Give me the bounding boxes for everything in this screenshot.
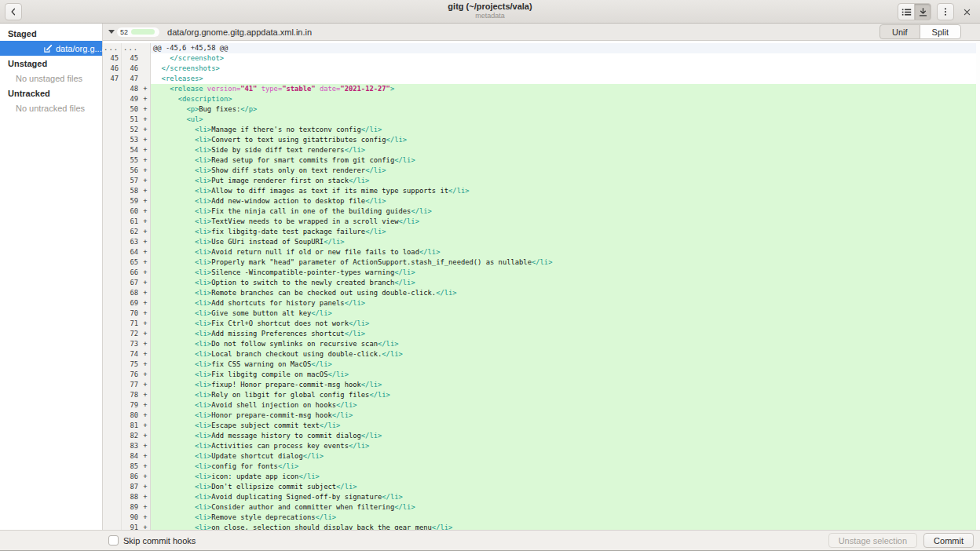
diff-line[interactable]: 70+ <li>Give some button alt key</li>: [103, 308, 980, 319]
line-content: <li>Escape subject commit text</li>: [151, 421, 980, 431]
diff-line[interactable]: 89+ <li>Consider author and committer wh…: [103, 502, 980, 513]
diff-line[interactable]: 58+ <li>Allow to diff images as text if …: [103, 186, 980, 196]
line-number-new: 54: [122, 145, 141, 155]
line-content: </screenshots>: [151, 64, 980, 74]
line-marker: +: [141, 104, 151, 115]
diff-line[interactable]: 84+ <li>Update shortcut dialog</li>: [103, 451, 980, 462]
menu-button[interactable]: [937, 3, 954, 20]
line-number-old: [103, 125, 122, 135]
diff-line[interactable]: 83+ <li>Activities can process key event…: [103, 441, 980, 451]
line-number-new: 69: [122, 298, 141, 308]
diff-line[interactable]: 71+ <li>Fix Ctrl+O shortcut does not wor…: [103, 319, 980, 329]
diff-line[interactable]: 88+ <li>Avoid duplicating Signed-off-by …: [103, 492, 980, 502]
diff-line[interactable]: 68+ <li>Remote branches can be checked o…: [103, 288, 980, 298]
commit-button[interactable]: Commit: [923, 533, 974, 548]
line-content: <li>fix libgitg-date test package failur…: [151, 227, 980, 237]
line-number-old: [103, 308, 122, 319]
line-number-old: [103, 482, 122, 492]
line-number-new: 46: [122, 64, 141, 74]
sidebar-section-staged: Staged: [0, 26, 102, 41]
main-area: Staged data/org.g...a.xml.in.in Unstaged…: [0, 24, 980, 530]
line-marker: [141, 74, 151, 84]
line-number-old: [103, 186, 122, 196]
line-marker: +: [141, 380, 151, 390]
diff-line[interactable]: 4545 </screenshot>: [103, 53, 980, 64]
diff-line[interactable]: 56+ <li>Show diff stats only on text ren…: [103, 166, 980, 176]
unstage-selection-button[interactable]: Unstage selection: [828, 533, 917, 548]
diffstat-added-count: 52: [120, 28, 128, 36]
line-marker: +: [141, 288, 151, 298]
diff-line[interactable]: 82+ <li>Add message history to commit di…: [103, 431, 980, 441]
line-marker: +: [141, 421, 151, 431]
diff-line[interactable]: 54+ <li>Side by side diff text renderers…: [103, 145, 980, 155]
diff-line[interactable]: 4646 </screenshots>: [103, 64, 980, 74]
diff-line[interactable]: 60+ <li>Fix the ninja call in one of the…: [103, 206, 980, 217]
diff-line[interactable]: 72+ <li>Add missing Preferences shortcut…: [103, 329, 980, 339]
line-content: <li>config for fonts</li>: [151, 462, 980, 472]
line-content: <release version="41" type="stable" date…: [151, 84, 980, 94]
diff-line[interactable]: ......@@ -45,6 +45,58 @@: [103, 43, 980, 53]
diff-line[interactable]: 64+ <li>Avoid return null if old or new …: [103, 247, 980, 257]
line-number-new: 61: [122, 217, 141, 227]
line-number-new: 82: [122, 431, 141, 441]
line-content: <releases>: [151, 74, 980, 84]
diff-line[interactable]: 57+ <li>Put image renderer first on stac…: [103, 176, 980, 186]
line-number-new: 57: [122, 176, 141, 186]
line-number-old: [103, 502, 122, 513]
diff-line[interactable]: 65+ <li>Properly mark "head" parameter o…: [103, 257, 980, 268]
diff-line[interactable]: 79+ <li>Avoid shell injection on hooks</…: [103, 400, 980, 411]
diff-line[interactable]: 4747 <releases>: [103, 74, 980, 84]
diff-line[interactable]: 90+ <li>Remove style deprecations</li>: [103, 513, 980, 523]
scrollbar-track[interactable]: [976, 41, 980, 530]
line-marker: +: [141, 482, 151, 492]
diff-line[interactable]: 52+ <li>Manage if there's no textconv co…: [103, 125, 980, 135]
diff-line[interactable]: 69+ <li>Add shortcuts for history panels…: [103, 298, 980, 308]
diff-line[interactable]: 62+ <li>fix libgitg-date test package fa…: [103, 227, 980, 237]
split-view-button[interactable]: Split: [920, 24, 961, 39]
diff-line[interactable]: 59+ <li>Add new-window action to desktop…: [103, 196, 980, 206]
line-content: <li>Consider author and committer when f…: [151, 502, 980, 513]
line-number-old: [103, 278, 122, 288]
diff-line[interactable]: 74+ <li>Local branch checkout using doub…: [103, 349, 980, 359]
diff-view-button[interactable]: [914, 3, 931, 20]
diff-line[interactable]: 66+ <li>Silence -Wincompatible-pointer-t…: [103, 268, 980, 278]
skip-hooks-checkbox[interactable]: [108, 535, 119, 546]
diff-line[interactable]: 50+ <p>Bug fixes:</p>: [103, 104, 980, 115]
list-view-button[interactable]: [898, 3, 915, 20]
diff-line[interactable]: 63+ <li>Use GUri instead of SoupURI</li>: [103, 237, 980, 247]
diff-line[interactable]: 73+ <li>Do not follow symlinks on recurs…: [103, 339, 980, 349]
line-marker: +: [141, 431, 151, 441]
close-button[interactable]: [960, 5, 974, 19]
line-marker: +: [141, 462, 151, 472]
sidebar-item-staged-file[interactable]: data/org.g...a.xml.in.in: [0, 41, 102, 56]
line-content: <li>Activities can process key events</l…: [151, 441, 980, 451]
diff-line[interactable]: 76+ <li>Fix libgitg compile on macOS</li…: [103, 370, 980, 380]
diff-line[interactable]: 67+ <li>Option to switch to the newly cr…: [103, 278, 980, 288]
diff-line[interactable]: 91+ <li>on close, selection should displ…: [103, 523, 980, 530]
diff-line[interactable]: 51+ <ul>: [103, 115, 980, 125]
line-content: <li>Don't ellipsize commit subject</li>: [151, 482, 980, 492]
diff-line[interactable]: 75+ <li>fix CSS warning on MacOS</li>: [103, 359, 980, 370]
diff-line[interactable]: 49+ <description>: [103, 94, 980, 104]
line-number-new: 80: [122, 411, 141, 421]
line-number-old: [103, 166, 122, 176]
window-title: gitg (~/projects/vala): [0, 2, 980, 12]
line-marker: [141, 64, 151, 74]
line-number-new: 91: [122, 523, 141, 530]
diff-line[interactable]: 53+ <li>Convert to text using gitattribu…: [103, 135, 980, 145]
diff-line[interactable]: 48+ <release version="41" type="stable" …: [103, 84, 980, 94]
diff-line[interactable]: 55+ <li>Read setup for smart commits fro…: [103, 155, 980, 166]
line-marker: [141, 53, 151, 64]
diff-line[interactable]: 77+ <li>fixup! Honor prepare-commit-msg …: [103, 380, 980, 390]
unified-view-button[interactable]: Unif: [879, 24, 920, 39]
diff-line[interactable]: 80+ <li>Honor prepare-commit-msg hook</l…: [103, 411, 980, 421]
diff-view: ......@@ -45,6 +45,58 @@4545 </screensho…: [103, 41, 980, 530]
diff-line[interactable]: 61+ <li>TextView needs to be wrapped in …: [103, 217, 980, 227]
triangle-down-icon[interactable]: [108, 30, 115, 34]
diff-line[interactable]: 78+ <li>Rely on libgit for global config…: [103, 390, 980, 400]
back-button[interactable]: [5, 3, 22, 20]
diff-line[interactable]: 81+ <li>Escape subject commit text</li>: [103, 421, 980, 431]
diff-line[interactable]: 86+ <li>icon: update app icon</li>: [103, 472, 980, 482]
diff-line[interactable]: 85+ <li>config for fonts</li>: [103, 462, 980, 472]
diff-line[interactable]: 87+ <li>Don't ellipsize commit subject</…: [103, 482, 980, 492]
